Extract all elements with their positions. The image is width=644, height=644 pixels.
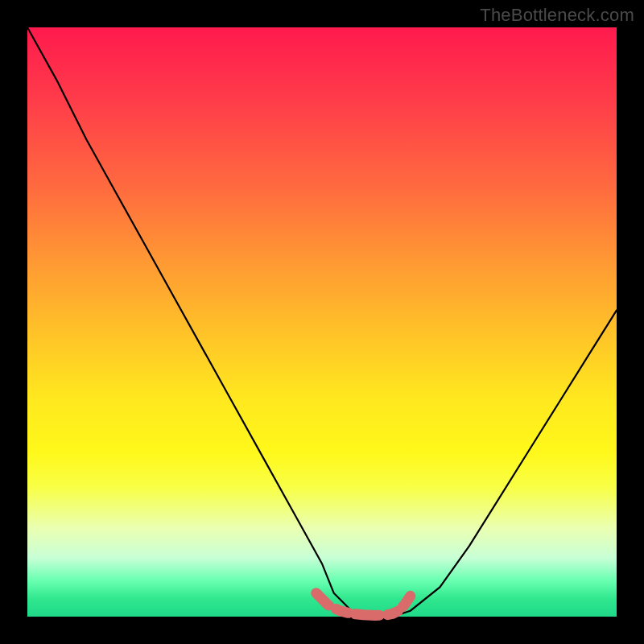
bottleneck-curve	[27, 27, 617, 617]
chart-frame: TheBottleneck.com	[0, 0, 644, 644]
watermark-text: TheBottleneck.com	[480, 5, 634, 26]
marker-group	[316, 593, 411, 616]
plot-area	[27, 27, 617, 617]
curve-svg	[27, 27, 617, 617]
highlight-band	[316, 593, 411, 616]
curve-path-group	[27, 27, 617, 617]
